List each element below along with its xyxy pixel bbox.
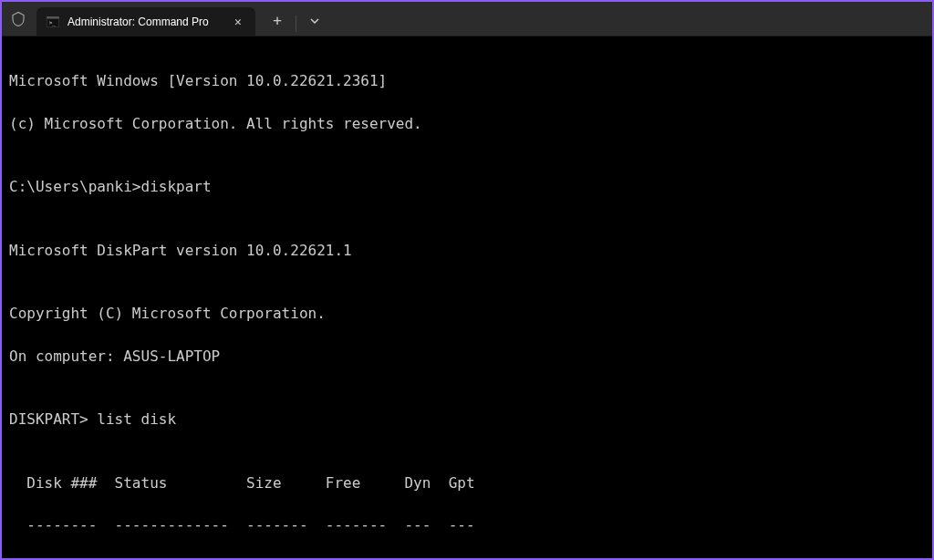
table-divider: -------- ------------- ------- ------- -… bbox=[9, 514, 925, 535]
new-tab-button[interactable]: + bbox=[263, 6, 292, 36]
tab-active[interactable]: >_ Administrator: Command Pro ✕ bbox=[36, 7, 255, 36]
output-line: On computer: ASUS-LAPTOP bbox=[9, 346, 925, 367]
terminal-icon: >_ bbox=[46, 15, 60, 29]
dropdown-button[interactable] bbox=[300, 6, 329, 36]
close-icon[interactable]: ✕ bbox=[230, 14, 246, 30]
tab-title: Administrator: Command Pro bbox=[67, 16, 223, 28]
output-line: Microsoft DiskPart version 10.0.22621.1 bbox=[9, 240, 925, 261]
table-header: Disk ### Status Size Free Dyn Gpt bbox=[9, 472, 925, 493]
output-line: C:\Users\panki>diskpart bbox=[9, 176, 925, 197]
table-row: Disk 0 Online 238 GB 4096 KB * bbox=[9, 557, 925, 561]
svg-text:>_: >_ bbox=[49, 18, 57, 26]
output-line: (c) Microsoft Corporation. All rights re… bbox=[9, 113, 925, 134]
terminal-output[interactable]: Microsoft Windows [Version 10.0.22621.23… bbox=[2, 36, 932, 560]
output-line: DISKPART> list disk bbox=[9, 409, 925, 430]
output-line: Microsoft Windows [Version 10.0.22621.23… bbox=[9, 70, 925, 91]
divider bbox=[296, 16, 296, 32]
shield-icon bbox=[2, 3, 35, 36]
titlebar: >_ Administrator: Command Pro ✕ + bbox=[2, 2, 932, 36]
output-line: Copyright (C) Microsoft Corporation. bbox=[9, 303, 925, 324]
